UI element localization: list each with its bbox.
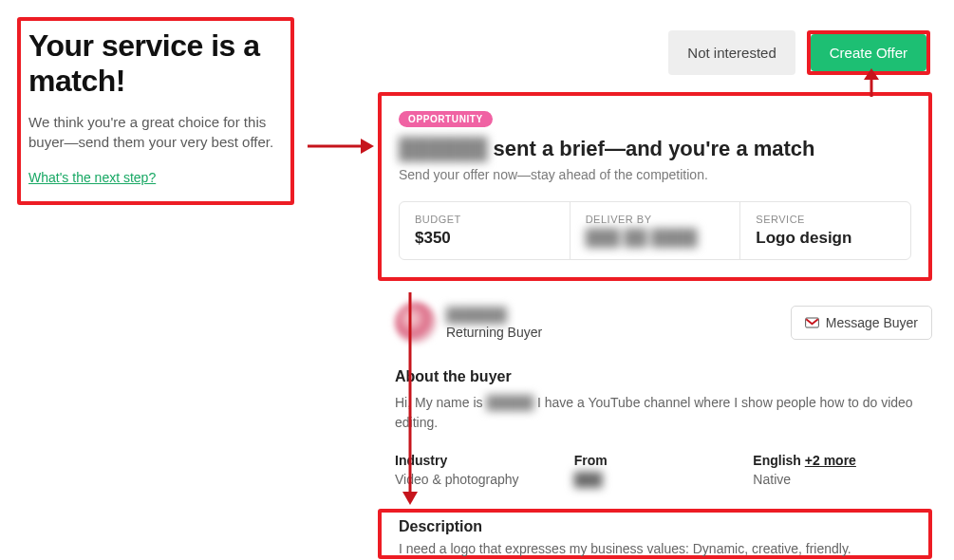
- buyer-meta-row: Industry Video & photography From ███ En…: [395, 453, 932, 487]
- from-value-redacted: ███: [574, 472, 754, 487]
- from-col: From ███: [574, 453, 754, 487]
- description-title: Description: [399, 518, 911, 535]
- language-more-link[interactable]: +2 more: [805, 453, 856, 468]
- deliver-value-redacted: ███ ██ ████: [586, 229, 725, 248]
- deliver-cell: DELIVER BY ███ ██ ████: [571, 202, 741, 259]
- about-name-redacted: █████: [486, 395, 533, 410]
- svg-marker-6: [402, 492, 418, 505]
- buyer-avatar: [395, 302, 437, 344]
- buyer-username-redacted: ██████: [446, 307, 542, 323]
- industry-label: Industry: [395, 453, 574, 468]
- from-label: From: [574, 453, 754, 468]
- returning-buyer-label: Returning Buyer: [446, 325, 542, 340]
- language-col: English +2 more Native: [753, 453, 932, 487]
- match-summary-panel: Your service is a match! We think you're…: [17, 17, 294, 205]
- buyer-name-redacted: ██████: [399, 137, 488, 161]
- brief-title: ██████ sent a brief—and you're a match: [399, 137, 911, 161]
- next-step-link[interactable]: What's the next step?: [28, 170, 156, 185]
- language-value: Native: [753, 472, 932, 487]
- industry-col: Industry Video & photography: [395, 453, 574, 487]
- service-value: Logo design: [756, 229, 895, 248]
- about-buyer-text: Hi, My name is █████ I have a YouTube ch…: [395, 393, 932, 433]
- about-buyer-title: About the buyer: [395, 368, 932, 385]
- message-buyer-button[interactable]: Message Buyer: [791, 306, 932, 340]
- create-offer-button[interactable]: Create Offer: [811, 34, 926, 71]
- industry-value: Video & photography: [395, 472, 574, 487]
- svg-marker-2: [361, 139, 374, 154]
- brief-subtitle: Send your offer now—stay ahead of the co…: [399, 167, 911, 182]
- not-interested-button[interactable]: Not interested: [668, 30, 795, 75]
- brief-info-row: BUDGET $350 DELIVER BY ███ ██ ████ SERVI…: [399, 201, 911, 260]
- deliver-label: DELIVER BY: [586, 214, 725, 225]
- description-text: I need a logo that expresses my business…: [399, 541, 911, 556]
- service-label: SERVICE: [756, 214, 895, 225]
- budget-value: $350: [415, 229, 554, 248]
- message-buyer-label: Message Buyer: [826, 315, 918, 330]
- buyer-strip: ██████ Returning Buyer Message Buyer: [395, 302, 932, 344]
- budget-label: BUDGET: [415, 214, 554, 225]
- page-subtitle: We think you're a great choice for this …: [28, 112, 283, 152]
- annotation-arrow-right-icon: [306, 133, 376, 159]
- service-cell: SERVICE Logo design: [740, 202, 910, 259]
- opportunity-card: OPPORTUNITY ██████ sent a brief—and you'…: [378, 92, 932, 281]
- description-section: Description I need a logo that expresses…: [378, 509, 932, 559]
- opportunity-badge: OPPORTUNITY: [399, 111, 493, 127]
- language-label: English +2 more: [753, 453, 932, 468]
- page-title: Your service is a match!: [28, 28, 283, 99]
- budget-cell: BUDGET $350: [400, 202, 571, 259]
- brief-title-text: sent a brief—and you're a match: [494, 137, 815, 161]
- about-buyer-section: About the buyer Hi, My name is █████ I h…: [395, 368, 932, 433]
- envelope-icon: [805, 317, 819, 328]
- action-bar: Not interested Create Offer: [668, 30, 930, 75]
